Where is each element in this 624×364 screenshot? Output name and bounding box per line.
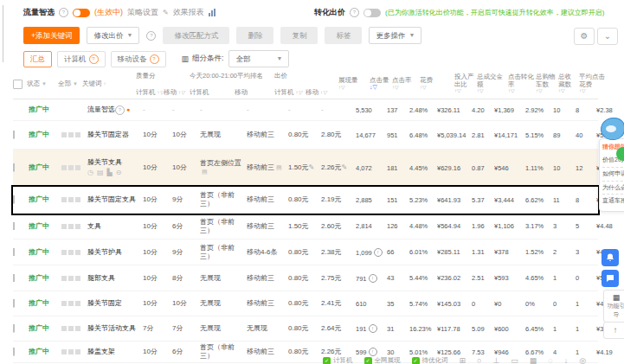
footer-tool-icon[interactable]: ▦	[530, 356, 537, 364]
bid-mobile-cell[interactable]: 2.80元	[321, 131, 356, 139]
row-checkbox[interactable]	[13, 163, 15, 172]
keyword-text[interactable]: 支具	[87, 222, 101, 230]
keyword-cell[interactable]: 膝关节护具	[87, 248, 143, 257]
sort-filter-icon[interactable]: ↑▽	[392, 85, 418, 91]
tag-button[interactable]: 标签	[325, 27, 362, 44]
keyword-cell[interactable]: 膝关节固定支具	[87, 195, 143, 204]
footer-tool-icon[interactable]: ⊥	[492, 356, 499, 364]
bid-pc-cell[interactable]: 0.80元	[288, 324, 321, 333]
impression-insight-icon[interactable]: !	[374, 248, 383, 257]
edit-pencil-icon[interactable]: ✎	[309, 163, 315, 171]
footer-tool-icon[interactable]: ↓	[564, 356, 569, 364]
sort-filter-icon[interactable]: ↓▽	[370, 84, 390, 91]
bid-mobile-cell[interactable]: 2.19元	[321, 195, 356, 204]
keyword-cell[interactable]: 膝关节固定	[87, 299, 143, 308]
header-rank-pc[interactable]: 计算机	[190, 88, 235, 97]
impression-insight-icon[interactable]: !	[369, 324, 377, 333]
modify-bid-dropdown[interactable]: 修改出价 ▼	[87, 27, 139, 44]
bid-pc-cell[interactable]: 0.80元	[288, 195, 321, 204]
sort-filter-icon[interactable]: ↑▽	[508, 88, 534, 94]
rank-assist-icon[interactable]: ▤	[202, 169, 208, 175]
header-quality-mobile[interactable]: 移动 ↑▽	[164, 88, 190, 97]
faq-link[interactable]: 直通车推广计划?	[602, 195, 624, 208]
footer-tool-icon[interactable]: ⊞	[460, 356, 466, 364]
chat-button[interactable]	[601, 270, 619, 287]
add-keyword-button[interactable]: +添加关键词	[23, 27, 80, 44]
header-keyword[interactable]: 关键词↑	[82, 69, 136, 99]
bid-mobile-cell[interactable]: 2.26元	[321, 348, 356, 356]
feature-guide-widget[interactable]: ▦ 功能引导	[603, 290, 624, 322]
table-row[interactable]: 推广中膝关节固定10分10分无展现移动前三0.80元2.41元610355.74…	[13, 291, 598, 316]
keyword-text[interactable]: 膝关节固定	[87, 299, 122, 307]
keyword-cell[interactable]: 膝盖支架	[87, 348, 143, 356]
sort-filter-icon[interactable]: ↑▽	[579, 88, 605, 94]
row-checkbox[interactable]	[13, 299, 15, 308]
header-all-filter[interactable]: 全部▼	[58, 69, 82, 99]
footer-tool-icon[interactable]: ◌	[548, 356, 552, 364]
keyword-text[interactable]: 膝关节活动支具	[87, 324, 136, 332]
bid-pc-cell[interactable]: 0.80元	[288, 274, 321, 283]
row-checkbox[interactable]	[13, 324, 15, 333]
row-checkbox[interactable]	[13, 248, 15, 257]
keyword-cell[interactable]: 膝关节支具◷▤▙⊖	[87, 158, 143, 176]
table-row[interactable]: 推广中膝关节活动支具7分7分无展现无展现0.80元2.64元191!3116.2…	[13, 316, 598, 342]
table-row[interactable]: 推广中膝关节固定支具10分9分首页（非前三）移动前三0.80元2.19元2,88…	[13, 187, 598, 214]
bid-mobile-cell[interactable]: 2.26元✎	[321, 163, 356, 172]
faq-link[interactable]: 如何申请图片功能	[602, 168, 624, 182]
header-metric-4[interactable]: 投入产出比↑▽	[454, 69, 477, 99]
helper-mascot-icon[interactable]	[601, 118, 624, 140]
table-row[interactable]: 推广中膝关节固定器10分10分无展现移动前三0.80元2.80元14,67795…	[13, 121, 598, 150]
keyword-cell[interactable]: 膝关节固定器	[87, 131, 143, 139]
row-checkbox[interactable]	[13, 274, 15, 283]
keyword-cell[interactable]: 膝关节活动支具	[87, 324, 143, 333]
bid-mobile-cell[interactable]: 2.41元	[321, 299, 356, 308]
header-metric-1[interactable]: 点击量↓▽	[370, 69, 392, 99]
keyword-text[interactable]: 膝关节固定器	[87, 131, 129, 138]
bar-chart-icon[interactable]	[209, 9, 216, 16]
header-metric-6[interactable]: 点击转化率↑▽	[508, 69, 536, 99]
edit-pencil-icon[interactable]: ✎	[342, 163, 348, 171]
sort-filter-icon[interactable]: ↑▽	[338, 85, 368, 91]
impression-insight-icon[interactable]: !	[369, 274, 377, 283]
header-metric-7[interactable]: 总购物车数↑▽	[536, 69, 558, 99]
keyword-cell[interactable]: 支具	[87, 222, 143, 231]
keyword-text[interactable]: 膝关节支具	[87, 158, 122, 166]
tab-mobile[interactable]: 移动设备?	[111, 51, 166, 67]
settings-gear-button[interactable]: ⚙	[574, 28, 595, 45]
table-row[interactable]: 推广中膝关节护具10分9分首页（非前三）移动4-6条0.80元2.38元1,09…	[13, 239, 598, 265]
table-row[interactable]: 推广中支具10分6分首页（非前三）移动前三1.50元2.60元2,8141264…	[13, 214, 598, 239]
notification-bell-button[interactable]	[601, 249, 619, 266]
table-row[interactable]: 推广中腿部支具10分8分无展现移动前三0.80元2.75元791!435.44%…	[13, 265, 598, 291]
bid-mobile-cell[interactable]: 2.60元	[321, 222, 356, 231]
edit-pencil-icon[interactable]: ✎	[163, 9, 169, 16]
keyword-text[interactable]: 膝关节护具	[87, 248, 122, 256]
delete-button[interactable]: 删除	[236, 27, 273, 44]
modify-match-button[interactable]: 修改匹配方式	[163, 27, 229, 44]
row-checkbox[interactable]	[13, 222, 15, 231]
chart-icon[interactable]: ▙	[107, 169, 113, 177]
header-status[interactable]: 状态▼	[27, 69, 58, 99]
bid-mobile-cell[interactable]: -	[321, 105, 356, 114]
bid-pc-cell[interactable]: 1.50元✎	[288, 163, 321, 172]
keyword-text[interactable]: 流量智选	[87, 105, 115, 113]
tab-pc[interactable]: 计算机?	[57, 51, 106, 67]
keyword-cell[interactable]: 流量智选?●	[87, 105, 143, 115]
tab-summary[interactable]: 汇总	[23, 51, 52, 67]
keyword-text[interactable]: 膝盖支架	[87, 348, 115, 355]
header-metric-2[interactable]: 点击率↑▽	[392, 69, 420, 99]
row-checkbox[interactable]	[13, 195, 15, 204]
bid-pc-cell[interactable]: 1.50元	[288, 222, 321, 231]
bid-pc-cell[interactable]: 0.80元	[288, 131, 321, 139]
sort-filter-icon[interactable]: ↑▽	[477, 88, 506, 94]
header-bid-pc[interactable]: 计算机 ↑▽	[274, 88, 306, 97]
header-rank-mobile[interactable]: 移动	[235, 88, 274, 97]
header-metric-9[interactable]: 平均点击花费↑▽	[579, 69, 607, 99]
history-icon[interactable]: ◷	[87, 169, 93, 177]
collapse-chevron-button[interactable]: ⌄	[597, 28, 618, 45]
bid-pc-cell[interactable]: -	[288, 105, 321, 114]
select-all-checkbox[interactable]	[13, 80, 23, 89]
smart-traffic-toggle[interactable]	[73, 9, 90, 17]
header-quality-pc[interactable]: 计算机 ↑▽	[136, 88, 164, 97]
conversion-bid-toggle[interactable]	[363, 9, 381, 17]
report-icon[interactable]: ▤	[97, 169, 104, 177]
